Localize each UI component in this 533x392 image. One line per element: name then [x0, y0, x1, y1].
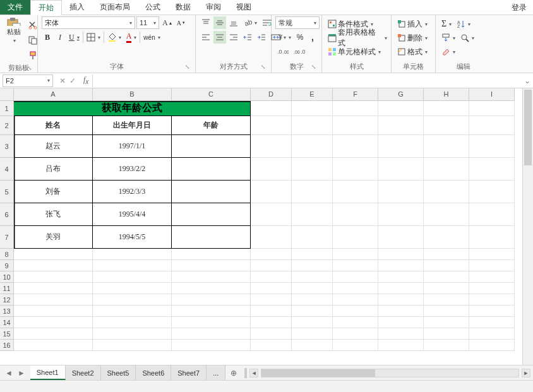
- data-cell[interactable]: 刘备: [14, 181, 93, 203]
- cell[interactable]: [378, 158, 424, 181]
- cell[interactable]: [378, 306, 424, 317]
- cell[interactable]: [469, 249, 515, 260]
- data-cell[interactable]: [172, 203, 251, 226]
- accounting-format-button[interactable]: ¥: [275, 31, 293, 44]
- hscroll-left[interactable]: ◄: [249, 369, 258, 377]
- cell[interactable]: [14, 294, 93, 306]
- cell[interactable]: [469, 101, 515, 116]
- cell[interactable]: [93, 294, 172, 306]
- sheet-tab-more[interactable]: ...: [207, 365, 225, 380]
- data-cell[interactable]: [172, 135, 251, 158]
- comma-button[interactable]: ,: [307, 31, 318, 44]
- split-handle[interactable]: [244, 368, 247, 378]
- sheet-tab[interactable]: Sheet5: [101, 365, 136, 380]
- decrease-indent-button[interactable]: [241, 31, 254, 44]
- data-cell[interactable]: [172, 158, 251, 181]
- cell[interactable]: [93, 317, 172, 328]
- cell[interactable]: [14, 306, 93, 317]
- cell[interactable]: [378, 101, 424, 116]
- cell[interactable]: [292, 158, 333, 181]
- cell[interactable]: [333, 317, 378, 328]
- fill-button[interactable]: [440, 32, 457, 44]
- cell[interactable]: [424, 306, 469, 317]
- column-header[interactable]: B: [93, 88, 172, 101]
- sheet-tab[interactable]: Sheet7: [171, 365, 207, 380]
- cell[interactable]: [292, 226, 333, 249]
- paste-button[interactable]: 粘贴: [4, 16, 24, 44]
- align-bottom-button[interactable]: [227, 16, 240, 29]
- align-center-button[interactable]: [213, 31, 226, 44]
- orientation-button[interactable]: ab: [241, 16, 259, 29]
- cell[interactable]: [251, 226, 292, 249]
- cell[interactable]: [292, 101, 333, 116]
- login-link[interactable]: 登录: [505, 0, 533, 15]
- cell[interactable]: [469, 260, 515, 271]
- name-box[interactable]: F2▾: [3, 74, 53, 87]
- cell[interactable]: [93, 340, 172, 351]
- new-sheet-button[interactable]: ⊕: [225, 365, 242, 380]
- cell[interactable]: [333, 116, 378, 135]
- cell[interactable]: [14, 328, 93, 340]
- format-cells-button[interactable]: 格式: [395, 45, 433, 58]
- menu-tab-data[interactable]: 数据: [168, 0, 198, 15]
- menu-tab-layout[interactable]: 页面布局: [92, 0, 138, 15]
- cell[interactable]: [378, 271, 424, 283]
- cell[interactable]: [424, 181, 469, 203]
- cell[interactable]: [172, 328, 251, 340]
- cell[interactable]: [378, 328, 424, 340]
- menu-tab-review[interactable]: 审阅: [198, 0, 229, 15]
- decrease-decimal-button[interactable]: .00.0: [292, 45, 307, 58]
- cell[interactable]: [172, 249, 251, 260]
- row-header[interactable]: 8: [0, 249, 14, 260]
- menu-tab-insert[interactable]: 插入: [62, 0, 92, 15]
- row-header[interactable]: 6: [0, 203, 14, 226]
- title-cell[interactable]: 获取年龄公式: [14, 101, 251, 116]
- cell[interactable]: [93, 260, 172, 271]
- cell[interactable]: [469, 116, 515, 135]
- cell[interactable]: [424, 283, 469, 294]
- cell[interactable]: [378, 116, 424, 135]
- fill-color-button[interactable]: [105, 31, 123, 44]
- header-cell[interactable]: 年龄: [172, 116, 251, 135]
- cell[interactable]: [424, 294, 469, 306]
- cell[interactable]: [469, 283, 515, 294]
- cell[interactable]: [251, 271, 292, 283]
- cell[interactable]: [424, 271, 469, 283]
- cell[interactable]: [93, 328, 172, 340]
- cell[interactable]: [251, 101, 292, 116]
- cell[interactable]: [292, 306, 333, 317]
- cell[interactable]: [172, 306, 251, 317]
- data-cell[interactable]: 关羽: [14, 226, 93, 249]
- cell[interactable]: [14, 249, 93, 260]
- cell[interactable]: [251, 158, 292, 181]
- dialog-launcher-icon[interactable]: ⤡: [184, 64, 191, 71]
- cell-area[interactable]: 获取年龄公式姓名出生年月日年龄赵云1997/1/1吕布1993/2/2刘备199…: [14, 101, 522, 351]
- cell[interactable]: [333, 271, 378, 283]
- cell[interactable]: [424, 249, 469, 260]
- column-header[interactable]: H: [424, 88, 469, 101]
- sheet-nav-prev[interactable]: ◄: [5, 369, 13, 377]
- cell[interactable]: [333, 135, 378, 158]
- row-header[interactable]: 13: [0, 306, 14, 317]
- number-format-select[interactable]: 常规▾: [275, 16, 320, 29]
- cell[interactable]: [292, 340, 333, 351]
- cell[interactable]: [251, 203, 292, 226]
- copy-button[interactable]: [27, 34, 39, 47]
- cell[interactable]: [469, 340, 515, 351]
- header-cell[interactable]: 出生年月日: [93, 116, 172, 135]
- row-header[interactable]: 14: [0, 317, 14, 328]
- cell[interactable]: [251, 249, 292, 260]
- cell[interactable]: [424, 328, 469, 340]
- cell[interactable]: [172, 317, 251, 328]
- row-header[interactable]: 16: [0, 340, 14, 351]
- cell[interactable]: [333, 328, 378, 340]
- cell[interactable]: [292, 271, 333, 283]
- row-header[interactable]: 4: [0, 158, 14, 181]
- cell[interactable]: [378, 294, 424, 306]
- cell[interactable]: [333, 306, 378, 317]
- header-cell[interactable]: 姓名: [14, 116, 93, 135]
- sheet-tab[interactable]: Sheet6: [136, 365, 171, 380]
- cell[interactable]: [378, 317, 424, 328]
- font-color-button[interactable]: A: [124, 31, 139, 44]
- cell[interactable]: [292, 294, 333, 306]
